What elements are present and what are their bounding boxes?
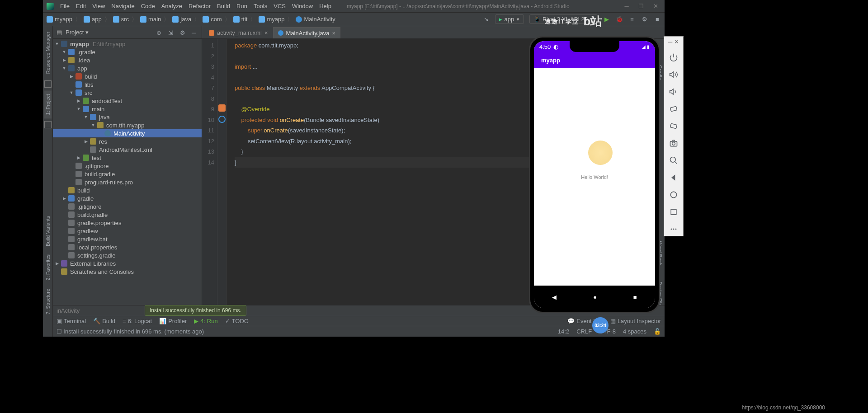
menu-vcs[interactable]: VCS — [274, 3, 286, 9]
tree-node[interactable]: proguard-rules.pro — [53, 178, 202, 186]
emulator-content[interactable]: Hello World! — [534, 68, 655, 286]
debug-icon[interactable]: 🐞 — [616, 16, 623, 23]
crumb-src[interactable]: src — [113, 16, 129, 23]
collapse-icon[interactable]: ⇲ — [168, 29, 175, 36]
tree-node[interactable]: ▼src — [53, 89, 202, 97]
nav-recent-icon[interactable]: ■ — [633, 294, 637, 300]
crumb-MainActivity[interactable]: MainActivity — [296, 16, 335, 23]
line-sep[interactable]: CRLF — [576, 328, 592, 335]
project-tree[interactable]: ▼myapp E:\ttit\myapp▼.gradle▶.idea▼app▶b… — [53, 39, 202, 337]
emulator-device[interactable]: 4:50 ◐ ◢ ▮ myapp Hello World! ◀ ● ■ — [529, 36, 660, 313]
more-icon[interactable] — [669, 224, 679, 234]
menu-run[interactable]: Run — [236, 3, 247, 9]
zoom-icon[interactable] — [669, 155, 679, 165]
menu-tools[interactable]: Tools — [254, 3, 267, 9]
nav-back-icon[interactable]: ◀ — [552, 294, 557, 300]
close-icon[interactable]: × — [332, 30, 335, 37]
menu-edit[interactable]: Edit — [76, 3, 86, 9]
tree-node[interactable]: build.gradle — [53, 211, 202, 219]
nav-home-icon[interactable]: ● — [593, 294, 597, 300]
locate-icon[interactable]: ⊕ — [156, 29, 163, 36]
menu-navigate[interactable]: Navigate — [111, 3, 134, 9]
tree-node[interactable]: ▼main — [53, 105, 202, 113]
toolwin-structure[interactable]: 7: Structure — [44, 285, 52, 318]
crumb-myapp[interactable]: myapp — [47, 16, 72, 23]
tree-node[interactable]: ▼java — [53, 113, 202, 121]
run-config-select[interactable]: ▸ app ▼ — [495, 14, 524, 24]
stop-icon[interactable]: ■ — [654, 16, 661, 23]
overview-icon[interactable] — [669, 207, 679, 217]
hide-icon[interactable]: ─ — [192, 29, 198, 36]
crumb-app[interactable]: app — [84, 16, 102, 23]
crumb-ttit[interactable]: ttit — [233, 16, 248, 23]
run-icon[interactable]: ▶ — [603, 16, 610, 23]
camera-icon[interactable] — [669, 138, 679, 148]
indent[interactable]: 4 spaces — [623, 328, 646, 335]
power-icon[interactable] — [669, 52, 679, 62]
tree-node[interactable]: AndroidManifest.xml — [53, 145, 202, 154]
marker-gutter[interactable] — [217, 39, 226, 337]
emulator-navbar[interactable]: ◀ ● ■ — [534, 286, 655, 308]
toolwin-favorites[interactable]: 2: Favorites — [44, 251, 52, 284]
toolwin-project[interactable]: 1: Project — [44, 90, 52, 118]
tree-node[interactable]: MainActivity — [53, 129, 202, 137]
external-libraries[interactable]: ▶External Libraries — [53, 259, 202, 268]
menu-build[interactable]: Build — [217, 3, 230, 9]
tree-node[interactable]: ▶res — [53, 137, 202, 145]
attach-icon[interactable]: ⚙ — [641, 16, 648, 23]
home-icon[interactable] — [669, 190, 679, 200]
tree-node[interactable]: gradlew — [53, 227, 202, 235]
menu-analyze[interactable]: Analyze — [161, 3, 182, 9]
tab-todo[interactable]: ✓ TODO — [225, 318, 249, 324]
minimize-button[interactable]: ─ — [621, 3, 632, 9]
tab-profiler[interactable]: 📊 Profiler — [159, 318, 187, 324]
tab-terminal[interactable]: ▣ Terminal — [57, 318, 86, 324]
menu-help[interactable]: Help — [319, 3, 331, 9]
tree-node[interactable]: .gitignore — [53, 162, 202, 170]
crumb-com[interactable]: com — [203, 16, 222, 23]
line-gutter[interactable]: 12347891011121314 — [202, 39, 217, 337]
tab-mainactivity[interactable]: MainActivity.java × — [273, 27, 340, 38]
maximize-button[interactable]: ☐ — [636, 3, 646, 9]
gear-icon[interactable]: ⚙ — [180, 29, 186, 36]
tree-root[interactable]: ▼myapp E:\ttit\myapp — [53, 40, 202, 48]
crumb-myapp[interactable]: myapp — [259, 16, 284, 23]
override-icon[interactable] — [218, 116, 226, 123]
back-icon[interactable] — [669, 173, 679, 183]
project-view-select[interactable]: Project ▾ — [66, 29, 89, 36]
tree-node[interactable]: libs — [53, 80, 202, 89]
tree-node[interactable]: local.properties — [53, 243, 202, 251]
tree-node[interactable]: gradle.properties — [53, 219, 202, 227]
close-icon[interactable]: × — [264, 29, 268, 36]
menu-refactor[interactable]: Refactor — [189, 3, 211, 9]
tree-node[interactable]: ▼.gradle — [53, 48, 202, 56]
toolwin-build-variants[interactable]: Build Variants — [44, 212, 52, 250]
em-close-icon[interactable]: ✕ — [674, 38, 679, 45]
tree-node[interactable]: ▶.idea — [53, 56, 202, 64]
menu-file[interactable]: File — [60, 3, 70, 9]
stripe-icon[interactable] — [44, 121, 52, 128]
tree-node[interactable]: ▶androidTest — [53, 97, 202, 105]
run-gutter-icon[interactable] — [218, 104, 226, 112]
crumb-java[interactable]: java — [172, 16, 191, 23]
rotate-left-icon[interactable] — [669, 104, 679, 114]
tree-node[interactable]: build.gradle — [53, 170, 202, 178]
tab-activity-main[interactable]: activity_main.xml × — [204, 27, 273, 38]
tree-node[interactable]: ▶test — [53, 154, 202, 162]
close-button[interactable]: ✕ — [650, 3, 661, 9]
tab-build[interactable]: 🔨 Build — [93, 318, 115, 324]
menu-window[interactable]: Window — [292, 3, 313, 9]
menu-code[interactable]: Code — [141, 3, 155, 9]
tree-node[interactable]: ▶build — [53, 72, 202, 80]
sync-gradle-icon[interactable]: ↘ — [482, 16, 490, 23]
tree-node[interactable]: build — [53, 186, 202, 194]
crumb-main[interactable]: main — [140, 16, 161, 23]
profile-icon[interactable]: ≡ — [628, 16, 636, 23]
volume-up-icon[interactable] — [669, 70, 679, 80]
tab-logcat[interactable]: ≡ 6: Logcat — [123, 318, 152, 324]
stripe-icon[interactable] — [44, 80, 52, 88]
tree-node[interactable]: gradlew.bat — [53, 235, 202, 243]
tab-layout-inspector[interactable]: ▦ Layout Inspector — [610, 318, 661, 324]
tree-node[interactable]: ▶gradle — [53, 194, 202, 202]
tree-node[interactable]: settings.gradle — [53, 251, 202, 259]
